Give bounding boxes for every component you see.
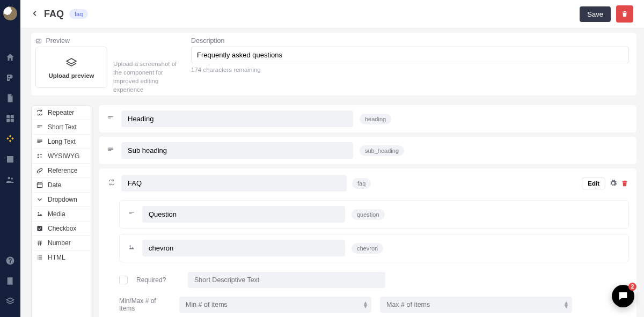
checkbox-icon [36,225,43,232]
component-slug-badge: faq [69,9,88,19]
image-icon [35,38,42,45]
layers-icon [5,297,15,306]
repeater-name-input[interactable] [121,175,347,191]
trash-icon [621,180,628,187]
workspace-avatar[interactable] [3,6,17,20]
page-title: FAQ [44,9,64,20]
repeater-child-question[interactable]: question [119,200,629,228]
repeater-child-chevron[interactable]: chevron [119,234,629,262]
chat-fab[interactable]: 2 [612,285,634,307]
chat-badge: 2 [628,283,636,291]
short-descriptive-input[interactable] [188,272,385,288]
layers-outline-icon [62,56,80,69]
svg-point-8 [38,212,39,213]
required-label: Required? [136,276,179,284]
short-text-icon [106,114,115,122]
palette-html[interactable]: HTML [32,250,91,264]
media-icon [5,154,15,164]
delete-button[interactable] [616,5,633,23]
palette-date[interactable]: Date [32,178,91,193]
chat-icon [617,290,629,302]
long-text-icon [106,146,115,153]
palette-wysiwyg[interactable]: WYSIWYG [32,149,91,164]
field-slug: chevron [352,243,383,254]
gear-icon [609,179,617,187]
blog-icon [5,73,15,83]
field-type-palette: Repeater Short Text Long Text WYSIWYG [31,105,91,317]
drag-handle[interactable] [106,114,115,123]
list-icon [36,254,43,261]
home-icon [5,53,15,62]
svg-rect-3 [11,119,14,122]
field-name-input[interactable] [121,142,353,159]
description-remaining: 174 characters remaining [191,67,629,73]
vertical-nav [0,0,20,317]
svg-rect-2 [6,119,10,122]
drag-handle[interactable] [127,210,136,219]
trash-icon [621,10,628,18]
minmax-label: Min/Max # of Items [119,297,171,312]
nav-pages[interactable] [0,88,20,108]
palette-reference[interactable]: Reference [32,164,91,178]
nav-users[interactable] [0,169,20,190]
nav-components[interactable] [0,129,20,149]
drag-handle[interactable] [106,146,115,155]
chevron-left-icon [31,10,39,17]
palette-repeater[interactable]: Repeater [32,106,91,120]
upload-preview-button[interactable]: Upload preview [35,47,107,88]
nav-blog[interactable] [0,68,20,88]
back-button[interactable] [31,10,39,19]
image-mountain-icon [127,244,136,251]
field-name-input[interactable] [121,110,353,127]
svg-rect-7 [37,183,42,188]
field-block-subheading[interactable]: sub_heading [99,137,636,164]
repeater-icon [107,179,116,186]
nav-home[interactable] [0,47,20,68]
nav-collections[interactable] [0,108,20,129]
field-name-input[interactable] [142,206,345,223]
repeater-delete-button[interactable] [620,179,629,188]
palette-dropdown[interactable]: Dropdown [32,193,91,207]
svg-rect-0 [6,115,10,118]
palette-media[interactable]: Media [32,207,91,222]
repeater-settings-button[interactable] [609,179,617,188]
image-mountain-icon [36,210,43,218]
hash-icon [36,239,43,247]
help-icon [5,256,15,266]
book-icon [5,276,15,286]
field-name-input[interactable] [142,240,345,256]
preview-label: Preview [35,37,180,45]
short-text-icon [36,123,43,131]
repeater-block-faq: faq Edit [99,168,636,317]
svg-point-10 [130,246,131,247]
min-items-input[interactable] [179,297,371,313]
calendar-icon [36,181,43,189]
save-button[interactable]: Save [580,6,611,22]
svg-point-4 [8,177,11,180]
upload-preview-label: Upload preview [49,72,94,79]
drag-handle[interactable] [127,244,136,253]
drag-handle[interactable] [106,179,116,188]
nav-media[interactable] [0,149,20,169]
nav-docs[interactable] [0,271,20,291]
nav-layers[interactable] [0,291,20,312]
link-icon [36,167,43,174]
chevron-down-icon [36,196,43,203]
svg-rect-1 [11,115,14,118]
field-block-heading[interactable]: heading [99,105,636,132]
fields-canvas: heading sub_heading [99,105,636,317]
field-slug: question [352,209,385,220]
palette-short-text[interactable]: Short Text [32,120,91,135]
palette-number[interactable]: Number [32,236,91,250]
required-checkbox[interactable] [119,276,128,284]
max-items-input[interactable] [380,297,572,313]
field-slug: sub_heading [360,145,404,156]
users-icon [5,175,15,185]
palette-checkbox[interactable]: Checkbox [32,222,91,236]
svg-point-5 [11,178,13,180]
description-input[interactable] [191,47,629,63]
palette-long-text[interactable]: Long Text [32,135,91,149]
nav-help[interactable] [0,250,20,271]
repeater-icon [36,109,43,116]
repeater-edit-button[interactable]: Edit [582,178,605,189]
